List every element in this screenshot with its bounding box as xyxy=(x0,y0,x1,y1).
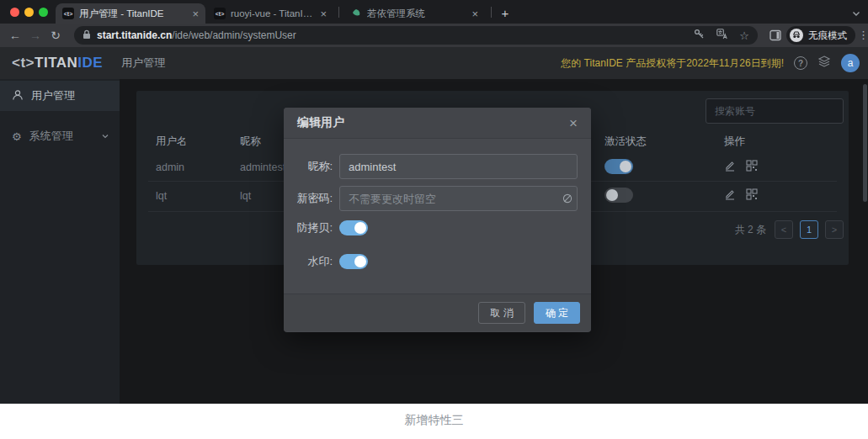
forward-button[interactable]: → xyxy=(25,29,45,42)
nickname-input[interactable] xyxy=(339,154,578,179)
tab-separator xyxy=(491,7,492,18)
modal-title: 编辑用户 xyxy=(297,115,344,130)
browser-tab-ruoyi-system[interactable]: 若依管理系统 × xyxy=(343,3,485,24)
chevron-down-icon xyxy=(101,130,109,143)
user-icon xyxy=(12,89,24,103)
side-panel-icon[interactable] xyxy=(769,29,781,45)
tab-close-icon[interactable]: × xyxy=(320,8,327,19)
help-icon[interactable]: ? xyxy=(794,56,807,70)
page-title: 用户管理 xyxy=(121,56,165,71)
pagination: 共 2 条 < 1 > xyxy=(735,217,844,242)
column-header-active-state: 激活状态 xyxy=(604,135,647,149)
column-header-nickname: 昵称 xyxy=(240,135,261,149)
macos-close-button[interactable] xyxy=(10,8,19,17)
pagination-prev-button[interactable]: < xyxy=(775,220,793,239)
new-password-input[interactable] xyxy=(339,186,578,211)
row-actions xyxy=(724,188,758,200)
app-header: <t>TITANIDE 用户管理 您的 TitanIDE 产品授权将于2022年… xyxy=(0,47,868,79)
user-avatar[interactable]: a xyxy=(841,54,860,72)
copy-protect-row: 防拷贝: xyxy=(284,220,591,236)
tab-close-icon[interactable]: × xyxy=(192,8,199,19)
toggle-knob xyxy=(606,189,618,201)
tab-title: 若依管理系统 xyxy=(367,8,466,20)
toggle-knob xyxy=(354,222,366,234)
macos-zoom-button[interactable] xyxy=(39,8,48,17)
password-field-row: 新密码: xyxy=(284,186,591,211)
edit-icon[interactable] xyxy=(724,188,736,200)
url-path: /ide/web/admin/systemUser xyxy=(172,29,296,41)
cancel-button[interactable]: 取 消 xyxy=(478,302,525,324)
nickname-field-row: 昵称: xyxy=(284,154,591,179)
tab-search-chevron-icon[interactable] xyxy=(851,7,861,22)
ruoyi-leaf-icon xyxy=(350,8,362,19)
browser-tab-strip: <t> 用户管理 - TitanIDE × <t> ruoyi-vue - Ti… xyxy=(0,0,868,24)
macos-minimize-button[interactable] xyxy=(24,8,34,17)
url-host: start.titanide.cn xyxy=(97,29,172,41)
modal-footer: 取 消 确 定 xyxy=(284,294,591,331)
modal-body: 昵称: 新密码: 防拷贝: 水印: xyxy=(284,139,591,294)
tab-separator xyxy=(338,7,339,18)
browser-window: <t> 用户管理 - TitanIDE × <t> ruoyi-vue - Ti… xyxy=(0,0,868,439)
back-button[interactable]: ← xyxy=(5,29,25,42)
titanide-favicon-icon: <t> xyxy=(62,8,74,19)
browser-tab-ruoyi-vue[interactable]: <t> ruoyi-vue - TitanIDE × xyxy=(207,3,333,24)
column-header-username: 用户名 xyxy=(156,135,188,149)
tab-title: ruoyi-vue - TitanIDE xyxy=(231,8,315,19)
row-actions xyxy=(724,160,758,172)
new-tab-button[interactable]: + xyxy=(496,4,514,23)
pagination-total: 共 2 条 xyxy=(735,223,766,237)
cell-nickname: lqt xyxy=(240,190,251,202)
tab-close-icon[interactable]: × xyxy=(471,8,478,19)
browser-toolbar: ← → ↻ start.titanide.cn/ide/web/admin/sy… xyxy=(0,24,868,47)
active-state-toggle[interactable] xyxy=(604,159,633,174)
bookmark-star-icon[interactable]: ☆ xyxy=(739,30,749,41)
titanide-favicon-icon: <t> xyxy=(214,8,226,19)
column-header-actions: 操作 xyxy=(724,135,745,149)
pagination-next-button[interactable]: > xyxy=(825,220,844,239)
watermark-toggle[interactable] xyxy=(339,254,368,269)
scrollbar-thumb[interactable] xyxy=(863,84,867,202)
edit-icon[interactable] xyxy=(724,160,736,172)
incognito-label: 无痕模式 xyxy=(808,29,847,42)
search-input[interactable] xyxy=(706,98,844,124)
copy-protect-toggle[interactable] xyxy=(339,220,368,235)
caption-strip: 新增特性三 xyxy=(0,404,868,439)
cell-username: admin xyxy=(156,161,184,173)
browser-tab-user-management[interactable]: <t> 用户管理 - TitanIDE × xyxy=(56,3,205,24)
confirm-button[interactable]: 确 定 xyxy=(534,302,580,324)
toggle-knob xyxy=(354,256,366,267)
copy-protect-label: 防拷贝: xyxy=(284,220,333,235)
caption-text: 新增特性三 xyxy=(405,413,464,428)
gear-icon: ⚙ xyxy=(12,130,22,143)
titanide-logo[interactable]: <t>TITANIDE xyxy=(12,55,103,71)
toggle-knob xyxy=(620,161,631,172)
address-bar[interactable]: start.titanide.cn/ide/web/admin/systemUs… xyxy=(74,26,758,45)
password-label: 新密码: xyxy=(284,191,333,206)
tab-title: 用户管理 - TitanIDE xyxy=(79,8,187,20)
watermark-label: 水印: xyxy=(284,254,333,269)
active-state-toggle[interactable] xyxy=(604,188,633,203)
qrcode-icon[interactable] xyxy=(746,188,758,200)
reload-button[interactable]: ↻ xyxy=(45,29,66,42)
cell-nickname: admintest xyxy=(240,161,285,173)
eye-off-icon[interactable] xyxy=(562,193,573,208)
close-icon[interactable]: × xyxy=(569,116,578,130)
sidebar: 用户管理 ⚙ 系统管理 xyxy=(0,79,120,404)
modal-header: 编辑用户 × xyxy=(284,108,591,139)
license-warning: 您的 TitanIDE 产品授权将于2022年11月26日到期! xyxy=(561,56,784,71)
sidebar-item-label: 用户管理 xyxy=(31,88,75,103)
cell-username: lqt xyxy=(156,190,167,202)
sidebar-item-system-management[interactable]: ⚙ 系统管理 xyxy=(0,121,120,151)
layers-icon[interactable] xyxy=(817,55,831,71)
password-key-icon[interactable] xyxy=(694,28,705,43)
incognito-badge: 无痕模式 xyxy=(786,26,855,45)
nickname-label: 昵称: xyxy=(284,159,333,174)
browser-menu-icon[interactable]: ⋮ xyxy=(858,29,868,41)
sidebar-item-user-management[interactable]: 用户管理 xyxy=(0,81,120,111)
sidebar-item-label: 系统管理 xyxy=(29,129,73,144)
translate-icon[interactable] xyxy=(716,28,727,43)
pagination-page-1-button[interactable]: 1 xyxy=(800,220,818,239)
edit-user-modal: 编辑用户 × 昵称: 新密码: 防拷贝: 水印: xyxy=(284,108,591,332)
qrcode-icon[interactable] xyxy=(746,160,758,172)
lock-icon xyxy=(83,28,91,43)
